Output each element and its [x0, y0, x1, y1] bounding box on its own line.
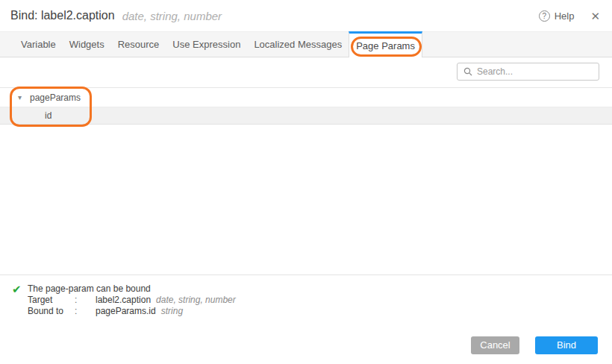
search-input[interactable] — [477, 66, 593, 77]
status-row-bound-to: Bound to : pageParams.id string — [28, 306, 612, 317]
search-box — [457, 63, 599, 81]
tree-node-pageparams[interactable]: ▾ pageParams — [0, 88, 612, 107]
dialog-header: Bind: label2.caption date, string, numbe… — [0, 0, 612, 31]
tab-localized-messages[interactable]: Localized Messages — [247, 32, 349, 57]
dialog-footer: Cancel Bind — [0, 326, 612, 364]
help-button[interactable]: ? Help — [539, 10, 575, 22]
tab-bar: Variable Widgets Resource Use Expression… — [0, 31, 612, 57]
tree-node-label: pageParams — [30, 92, 81, 103]
cancel-button[interactable]: Cancel — [471, 336, 519, 354]
status-row-value: pageParams.id — [96, 306, 156, 317]
binding-status-panel: ✔ The page-param can be bound Target : l… — [0, 274, 612, 327]
tree-node-id[interactable]: id — [0, 107, 612, 125]
status-row-label: Target — [28, 295, 75, 306]
check-icon: ✔ — [12, 283, 22, 296]
params-tree: ▾ pageParams id — [0, 87, 612, 125]
dialog-subtitle-types: date, string, number — [122, 10, 222, 22]
status-row-target: Target : label2.caption date, string, nu… — [28, 295, 612, 306]
status-row-type: string — [161, 306, 183, 317]
status-row-type: date, string, number — [156, 295, 236, 306]
tree-node-label: id — [45, 110, 51, 121]
help-label: Help — [555, 10, 575, 22]
status-row-colon: : — [75, 306, 96, 317]
tab-variable[interactable]: Variable — [14, 32, 63, 57]
tab-page-params-label: Page Params — [356, 40, 415, 51]
search-icon — [463, 67, 472, 76]
tab-use-expression[interactable]: Use Expression — [166, 32, 247, 57]
tab-page-params[interactable]: Page Params — [349, 31, 422, 57]
bind-button[interactable]: Bind — [535, 336, 598, 354]
close-icon[interactable]: ✕ — [590, 10, 600, 22]
status-row-value: label2.caption — [96, 295, 151, 306]
tab-resource[interactable]: Resource — [111, 32, 166, 57]
dialog-title: Bind: label2.caption — [10, 9, 115, 22]
chevron-down-icon[interactable]: ▾ — [18, 93, 25, 101]
question-circle-icon: ? — [539, 10, 550, 22]
status-message: The page-param can be bound — [28, 283, 612, 295]
status-row-colon: : — [75, 295, 96, 306]
status-row-label: Bound to — [28, 306, 75, 317]
tab-widgets[interactable]: Widgets — [63, 32, 111, 57]
